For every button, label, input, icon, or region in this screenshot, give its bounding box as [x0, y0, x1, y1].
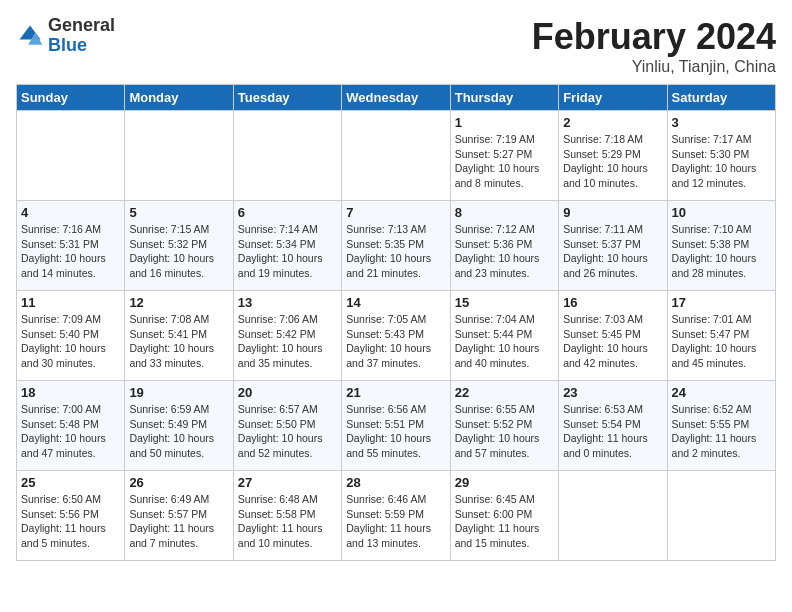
day-number: 12 [129, 295, 228, 310]
calendar-cell: 22Sunrise: 6:55 AMSunset: 5:52 PMDayligh… [450, 381, 558, 471]
day-info: Sunrise: 6:57 AMSunset: 5:50 PMDaylight:… [238, 402, 337, 461]
day-info: Sunrise: 7:16 AMSunset: 5:31 PMDaylight:… [21, 222, 120, 281]
day-number: 27 [238, 475, 337, 490]
day-info: Sunrise: 7:18 AMSunset: 5:29 PMDaylight:… [563, 132, 662, 191]
calendar-cell [667, 471, 775, 561]
day-info: Sunrise: 7:11 AMSunset: 5:37 PMDaylight:… [563, 222, 662, 281]
day-number: 6 [238, 205, 337, 220]
day-number: 23 [563, 385, 662, 400]
calendar-cell: 16Sunrise: 7:03 AMSunset: 5:45 PMDayligh… [559, 291, 667, 381]
logo-blue-text: Blue [48, 36, 115, 56]
day-info: Sunrise: 6:48 AMSunset: 5:58 PMDaylight:… [238, 492, 337, 551]
calendar-cell: 14Sunrise: 7:05 AMSunset: 5:43 PMDayligh… [342, 291, 450, 381]
day-number: 29 [455, 475, 554, 490]
calendar-cell: 28Sunrise: 6:46 AMSunset: 5:59 PMDayligh… [342, 471, 450, 561]
day-number: 8 [455, 205, 554, 220]
day-number: 20 [238, 385, 337, 400]
day-info: Sunrise: 7:06 AMSunset: 5:42 PMDaylight:… [238, 312, 337, 371]
calendar-cell: 25Sunrise: 6:50 AMSunset: 5:56 PMDayligh… [17, 471, 125, 561]
title-block: February 2024 Yinliu, Tianjin, China [532, 16, 776, 76]
calendar-week-4: 18Sunrise: 7:00 AMSunset: 5:48 PMDayligh… [17, 381, 776, 471]
day-number: 4 [21, 205, 120, 220]
calendar-cell: 27Sunrise: 6:48 AMSunset: 5:58 PMDayligh… [233, 471, 341, 561]
day-number: 9 [563, 205, 662, 220]
calendar-table: SundayMondayTuesdayWednesdayThursdayFrid… [16, 84, 776, 561]
calendar-cell: 11Sunrise: 7:09 AMSunset: 5:40 PMDayligh… [17, 291, 125, 381]
calendar-cell: 26Sunrise: 6:49 AMSunset: 5:57 PMDayligh… [125, 471, 233, 561]
day-info: Sunrise: 7:08 AMSunset: 5:41 PMDaylight:… [129, 312, 228, 371]
calendar-cell: 2Sunrise: 7:18 AMSunset: 5:29 PMDaylight… [559, 111, 667, 201]
day-info: Sunrise: 7:04 AMSunset: 5:44 PMDaylight:… [455, 312, 554, 371]
calendar-cell: 3Sunrise: 7:17 AMSunset: 5:30 PMDaylight… [667, 111, 775, 201]
day-info: Sunrise: 6:52 AMSunset: 5:55 PMDaylight:… [672, 402, 771, 461]
day-info: Sunrise: 6:49 AMSunset: 5:57 PMDaylight:… [129, 492, 228, 551]
calendar-cell: 17Sunrise: 7:01 AMSunset: 5:47 PMDayligh… [667, 291, 775, 381]
day-number: 1 [455, 115, 554, 130]
month-title: February 2024 [532, 16, 776, 58]
weekday-header-friday: Friday [559, 85, 667, 111]
day-info: Sunrise: 6:59 AMSunset: 5:49 PMDaylight:… [129, 402, 228, 461]
logo-icon [16, 22, 44, 50]
weekday-header-sunday: Sunday [17, 85, 125, 111]
calendar-cell: 24Sunrise: 6:52 AMSunset: 5:55 PMDayligh… [667, 381, 775, 471]
calendar-cell: 18Sunrise: 7:00 AMSunset: 5:48 PMDayligh… [17, 381, 125, 471]
day-info: Sunrise: 6:53 AMSunset: 5:54 PMDaylight:… [563, 402, 662, 461]
day-number: 14 [346, 295, 445, 310]
calendar-cell [125, 111, 233, 201]
calendar-cell: 6Sunrise: 7:14 AMSunset: 5:34 PMDaylight… [233, 201, 341, 291]
day-info: Sunrise: 7:14 AMSunset: 5:34 PMDaylight:… [238, 222, 337, 281]
day-info: Sunrise: 7:10 AMSunset: 5:38 PMDaylight:… [672, 222, 771, 281]
weekday-header-wednesday: Wednesday [342, 85, 450, 111]
day-number: 3 [672, 115, 771, 130]
day-number: 2 [563, 115, 662, 130]
day-number: 19 [129, 385, 228, 400]
day-number: 5 [129, 205, 228, 220]
calendar-cell: 4Sunrise: 7:16 AMSunset: 5:31 PMDaylight… [17, 201, 125, 291]
day-info: Sunrise: 7:19 AMSunset: 5:27 PMDaylight:… [455, 132, 554, 191]
day-number: 7 [346, 205, 445, 220]
day-info: Sunrise: 7:13 AMSunset: 5:35 PMDaylight:… [346, 222, 445, 281]
day-number: 15 [455, 295, 554, 310]
day-info: Sunrise: 7:03 AMSunset: 5:45 PMDaylight:… [563, 312, 662, 371]
calendar-cell: 23Sunrise: 6:53 AMSunset: 5:54 PMDayligh… [559, 381, 667, 471]
day-number: 26 [129, 475, 228, 490]
day-info: Sunrise: 7:12 AMSunset: 5:36 PMDaylight:… [455, 222, 554, 281]
calendar-cell: 12Sunrise: 7:08 AMSunset: 5:41 PMDayligh… [125, 291, 233, 381]
day-info: Sunrise: 6:56 AMSunset: 5:51 PMDaylight:… [346, 402, 445, 461]
weekday-header-row: SundayMondayTuesdayWednesdayThursdayFrid… [17, 85, 776, 111]
calendar-cell: 20Sunrise: 6:57 AMSunset: 5:50 PMDayligh… [233, 381, 341, 471]
weekday-header-saturday: Saturday [667, 85, 775, 111]
calendar-cell [342, 111, 450, 201]
day-number: 11 [21, 295, 120, 310]
calendar-week-1: 1Sunrise: 7:19 AMSunset: 5:27 PMDaylight… [17, 111, 776, 201]
calendar-cell [559, 471, 667, 561]
day-info: Sunrise: 7:17 AMSunset: 5:30 PMDaylight:… [672, 132, 771, 191]
day-number: 10 [672, 205, 771, 220]
calendar-cell: 13Sunrise: 7:06 AMSunset: 5:42 PMDayligh… [233, 291, 341, 381]
weekday-header-monday: Monday [125, 85, 233, 111]
calendar-week-5: 25Sunrise: 6:50 AMSunset: 5:56 PMDayligh… [17, 471, 776, 561]
calendar-cell: 29Sunrise: 6:45 AMSunset: 6:00 PMDayligh… [450, 471, 558, 561]
day-info: Sunrise: 7:09 AMSunset: 5:40 PMDaylight:… [21, 312, 120, 371]
day-info: Sunrise: 7:15 AMSunset: 5:32 PMDaylight:… [129, 222, 228, 281]
day-info: Sunrise: 6:46 AMSunset: 5:59 PMDaylight:… [346, 492, 445, 551]
calendar-cell: 5Sunrise: 7:15 AMSunset: 5:32 PMDaylight… [125, 201, 233, 291]
day-number: 22 [455, 385, 554, 400]
logo: General Blue [16, 16, 115, 56]
day-info: Sunrise: 7:05 AMSunset: 5:43 PMDaylight:… [346, 312, 445, 371]
logo-general-text: General [48, 16, 115, 36]
calendar-week-2: 4Sunrise: 7:16 AMSunset: 5:31 PMDaylight… [17, 201, 776, 291]
weekday-header-thursday: Thursday [450, 85, 558, 111]
day-info: Sunrise: 6:55 AMSunset: 5:52 PMDaylight:… [455, 402, 554, 461]
day-number: 21 [346, 385, 445, 400]
calendar-cell: 10Sunrise: 7:10 AMSunset: 5:38 PMDayligh… [667, 201, 775, 291]
day-number: 25 [21, 475, 120, 490]
weekday-header-tuesday: Tuesday [233, 85, 341, 111]
page-header: General Blue February 2024 Yinliu, Tianj… [16, 16, 776, 76]
calendar-cell: 21Sunrise: 6:56 AMSunset: 5:51 PMDayligh… [342, 381, 450, 471]
day-info: Sunrise: 6:45 AMSunset: 6:00 PMDaylight:… [455, 492, 554, 551]
calendar-cell [233, 111, 341, 201]
day-number: 24 [672, 385, 771, 400]
calendar-cell: 19Sunrise: 6:59 AMSunset: 5:49 PMDayligh… [125, 381, 233, 471]
day-number: 13 [238, 295, 337, 310]
